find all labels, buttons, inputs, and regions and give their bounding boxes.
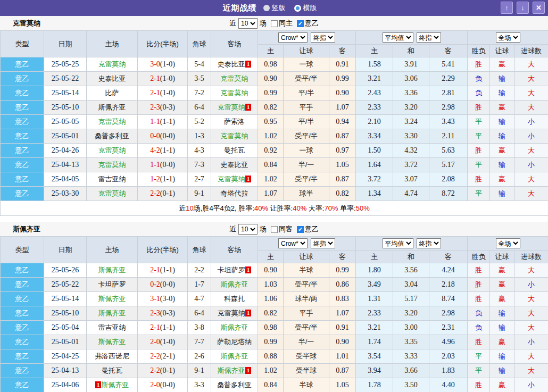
home-team-cell: 克雷莫纳 [87,187,138,201]
away-team-cell: 史泰比亚1 [211,57,258,72]
away-team-cell: 萨勒尼塔纳 [211,335,258,349]
avg-away-cell: 2.18 [429,278,468,292]
halftime-score: (1-0) [160,338,175,346]
match-row: 意乙25-05-25克雷莫纳3-0(1-0)5-4史泰比亚10.98一球0.91… [1,57,548,72]
match-scope-select[interactable]: 全场 [496,238,520,248]
halftime-score: (0-0) [160,381,175,389]
average-stage-select[interactable]: 终指 [417,32,441,43]
handicap-cell: 受平/半 [284,129,329,144]
avg-draw-cell: 4.32 [393,144,429,158]
move-up-button[interactable]: ↑ [501,2,513,14]
recent-count-select[interactable]: 10 [238,224,258,235]
move-down-button[interactable]: ↓ [517,2,529,14]
handicap-cell: 受半球 [284,349,329,364]
same-venue-checkbox[interactable]: 同客 [271,224,293,234]
corners-cell: 7-2 [188,86,211,101]
score-cell: 2-2(2-1) [138,349,188,364]
team-name: 克雷莫纳 [98,60,126,68]
odds-stage-select[interactable]: 终指 [311,238,335,248]
subcol-avg-draw: 和 [393,45,429,57]
league-filter-checkbox[interactable]: 意乙 [297,224,319,234]
team-name: 斯佩齐亚 [221,280,248,288]
checkbox-checked-icon [297,20,304,27]
subcol-home-odds: 主 [258,45,284,57]
away-odds-cell: 0.86 [329,278,356,292]
layout-radio-horizontal[interactable]: 横版 [294,3,317,13]
handicap-result-cell: 输 [490,72,514,86]
team-name: 萨勒尼塔纳 [217,338,252,346]
avg-away-cell: 8.72 [429,187,468,201]
league-cell: 意乙 [1,101,44,115]
date-cell: 25-04-05 [44,172,87,187]
average-select[interactable]: 平均值 [383,238,413,248]
titlebar: 近期战绩 竖版 横版 ↑ ↓ ✕ [0,0,548,16]
home-odds-cell: 0.88 [258,349,284,364]
average-select[interactable]: 平均值 [383,32,413,43]
odds-company-select[interactable]: Crow* [278,238,308,248]
team-title: 斯佩齐亚 [13,222,40,236]
handicap-cell: 半/一 [284,158,329,172]
avg-home-cell: 2.33 [356,101,393,115]
away-team-cell: 奇塔代拉 [211,187,258,201]
subcol-goals: 进球数 [514,45,548,57]
match-scope-select[interactable]: 全场 [496,32,520,43]
league-cell: 意乙 [1,378,44,392]
halftime-score: (1-1) [160,266,175,274]
match-row: 意乙25-04-05雷吉亚纳1-2(1-1)2-7克雷莫纳11.02受平/半0.… [1,172,548,187]
col-date: 日期 [44,237,87,263]
home-team-cell: 雷吉亚纳 [87,321,138,335]
team-name: 克雷莫纳 [218,175,245,183]
avg-home-cell: 1.34 [356,187,393,201]
goals-result-cell: 大 [514,86,548,101]
odds-company-select[interactable]: Crow* [278,32,308,43]
home-odds-cell: 0.90 [258,263,284,278]
handicap-result-cell: 输 [490,321,514,335]
date-cell: 25-05-26 [44,263,87,278]
odds-stage-select[interactable]: 终指 [311,32,335,43]
team-name: 曼托瓦 [224,146,245,154]
avg-draw-cell: 3.20 [393,306,429,321]
home-odds-cell: 0.84 [258,378,284,392]
recent-count-select[interactable]: 10 [238,18,258,29]
team-name: 克雷莫纳 [221,89,248,97]
avg-draw-cell: 3.07 [393,172,429,187]
layout-radio-vertical[interactable]: 竖版 [263,3,286,13]
away-odds-cell: 0.83 [329,292,356,306]
radio-vertical-label: 竖版 [272,3,286,13]
score-cell: 0-0(0-0) [138,129,188,144]
league-cell: 意乙 [1,364,44,378]
matches-label: 场 [260,19,267,28]
summary-stat-value: 40% [254,204,268,212]
handicap-result-cell: 输 [490,129,514,144]
avg-home-cell: 1.74 [356,335,393,349]
match-row: 意乙25-03-30克雷莫纳2-2(0-1)9-1奇塔代拉1.07球半0.821… [1,187,548,201]
avg-home-cell: 3.21 [356,321,393,335]
summary-stat-value: 40% [293,204,306,212]
handicap-cell: 半/一 [284,335,329,349]
league-filter-checkbox[interactable]: 意乙 [297,19,319,28]
team-name: 斯佩齐亚 [98,309,126,317]
close-button[interactable]: ✕ [533,2,545,14]
team-name: 克雷莫纳 [98,146,126,154]
avg-away-cell: 2.03 [429,349,468,364]
avg-draw-cell: 3.20 [393,101,429,115]
average-stage-select[interactable]: 终指 [417,238,441,248]
date-cell: 25-04-26 [44,144,87,158]
avg-home-cell: 2.33 [356,306,393,321]
corners-cell: 9-1 [188,364,211,378]
league-cell: 意乙 [1,57,44,72]
same-venue-checkbox[interactable]: 同主 [271,19,293,28]
result-cell: 胜 [468,57,490,72]
date-cell: 25-03-30 [44,187,87,201]
avg-away-cell: 5.41 [429,57,468,72]
home-team-cell: 克雷莫纳 [87,57,138,72]
avg-home-cell: 1.78 [356,378,393,392]
fulltime-score: 1-1 [150,118,160,126]
league-cell: 意乙 [1,306,44,321]
result-cell: 胜 [468,144,490,158]
score-cell: 3-0(1-0) [138,57,188,72]
red-card-badge: 1 [245,310,252,316]
halftime-score: (0-3) [160,309,175,317]
results-table: 类型 日期 主场 比分(半场) 角球 客场 Crow*终指 平均值终指 全场 [0,30,548,216]
avg-away-cell: 2.98 [429,306,468,321]
